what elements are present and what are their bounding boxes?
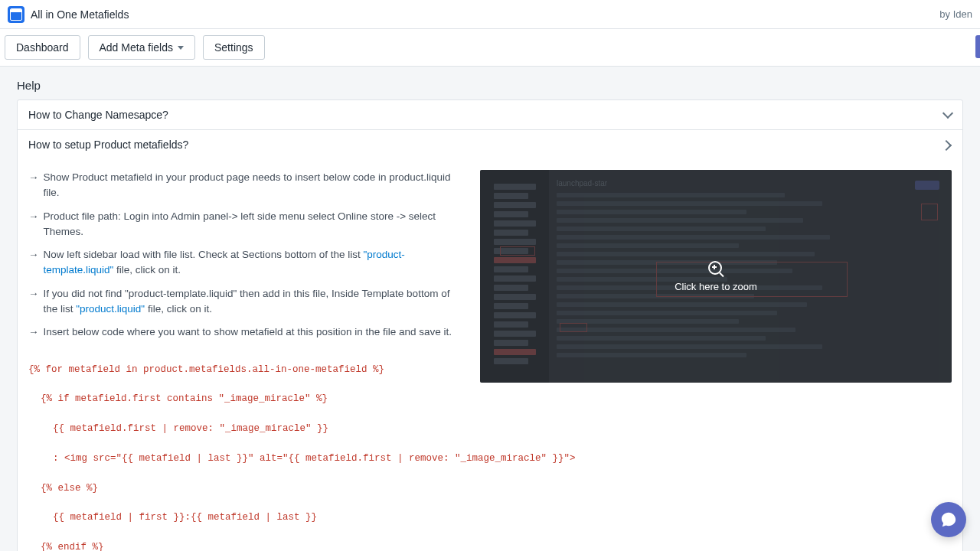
byline: by Iden [939,8,972,20]
acc-header[interactable]: How to Change Namesapce? [18,100,962,129]
zoom-label: Click here to zoom [675,281,757,292]
app-icon [8,6,24,23]
step-text: Show Product metafield in your product p… [44,170,467,201]
acc-item-namespace: How to Change Namesapce? [18,100,962,130]
right-edge-button[interactable] [975,35,980,58]
acc-header[interactable]: How to setup Product metafields? [18,130,962,159]
topbar: All in One Metafields by Iden [0,0,980,29]
step-text: Now left sidebar load with file list. Ch… [44,247,467,279]
chevron-down-icon [178,46,184,50]
acc-body: →Show Product metafield in your product … [18,159,962,551]
arrow-icon: → [28,209,39,240]
add-metafields-button[interactable]: Add Meta fields [88,35,196,60]
page-title: Help [0,67,980,99]
chevron-down-icon [944,111,952,119]
step-text: If you did not find "product-template.li… [44,286,467,318]
acc-title: How to setup Product metafields? [28,139,188,151]
zoom-icon [708,261,724,276]
file-link[interactable]: "product.liquid" [76,303,145,315]
step-text: Product file path: Login into Admin pane… [44,209,467,240]
acc-item-product: How to setup Product metafields? →Show P… [18,130,962,551]
code-block: {% for metafield in product.metafields.a… [28,347,466,551]
chat-icon [940,511,957,528]
arrow-icon: → [28,247,39,279]
navbar: Dashboard Add Meta fields Settings [0,29,980,67]
arrow-icon: → [28,170,39,201]
chat-launcher[interactable] [931,502,966,537]
app-title: All in One Metafields [31,8,129,21]
arrow-icon: → [28,324,39,340]
help-accordion: How to Change Namesapce? How to setup Pr… [17,99,963,551]
step-text: Insert below code where you want to show… [44,324,452,340]
arrow-icon: → [28,286,39,318]
acc-title: How to Change Namesapce? [28,109,168,121]
dashboard-button[interactable]: Dashboard [5,35,80,60]
chevron-right-icon [944,141,952,148]
settings-button[interactable]: Settings [203,35,265,60]
screenshot-thumbnail[interactable]: launchpad-star [480,170,952,383]
add-metafields-label: Add Meta fields [100,41,174,54]
